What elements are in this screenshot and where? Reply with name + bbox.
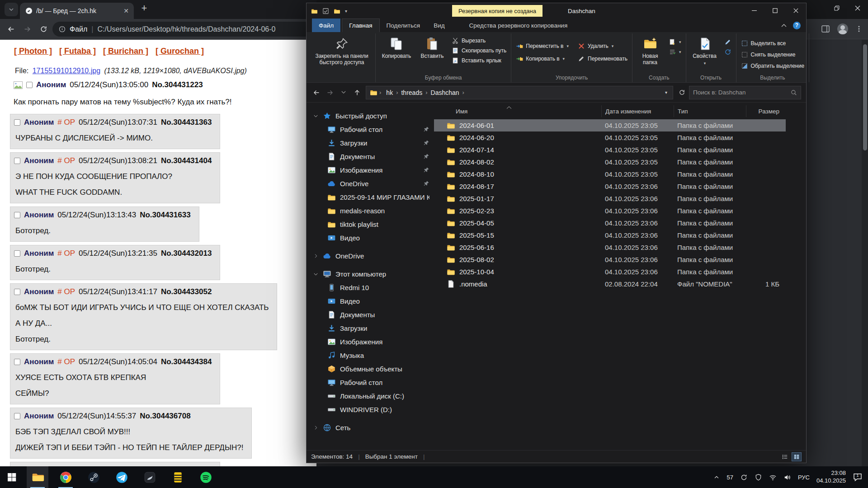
chevron-down-icon[interactable] [313, 113, 319, 119]
file-row[interactable]: 2025-01-1704.10.2025 23:06Папка с файлам… [434, 192, 786, 205]
new-folder-button[interactable]: Новая папка [635, 34, 665, 66]
chevron-right-icon[interactable] [313, 253, 319, 259]
nav-item[interactable]: Загрузки [307, 136, 434, 150]
quick-access-chevron-icon[interactable]: ▾ [345, 9, 347, 14]
new-item-button[interactable]: ▾ [666, 38, 684, 46]
copy-button[interactable]: Копировать [378, 34, 415, 59]
taskbar-steam-button[interactable] [83, 466, 104, 488]
post-checkbox[interactable] [14, 250, 20, 257]
forward-icon[interactable] [324, 86, 336, 99]
post-number[interactable]: No.304431633 [140, 211, 190, 220]
file-row[interactable]: 2025-10-0404.10.2025 23:06Папка с файлам… [434, 266, 786, 278]
nav-item[interactable]: Документы [307, 150, 434, 163]
search-input[interactable] [693, 89, 788, 96]
up-icon[interactable] [351, 86, 363, 99]
sync-icon[interactable] [740, 474, 748, 481]
post-checkbox[interactable] [14, 359, 20, 365]
post-checkbox[interactable] [14, 289, 20, 295]
column-type[interactable]: Тип [674, 105, 746, 117]
quick-access-properties-icon[interactable] [322, 8, 329, 14]
broken-image-icon[interactable] [14, 81, 23, 89]
clock[interactable]: 23:08 04.10.2025 [816, 469, 846, 485]
search-icon[interactable] [791, 89, 797, 96]
file-row[interactable]: 2025-05-1504.10.2025 23:06Папка с файлам… [434, 229, 786, 241]
reload-icon[interactable] [36, 22, 51, 37]
browser-tab[interactable]: /b/ — Бред — 2ch.hk ✕ [20, 3, 134, 19]
nav-item[interactable]: Изображения [307, 163, 434, 177]
breadcrumb-item[interactable]: hk [383, 89, 396, 96]
close-icon[interactable] [785, 3, 806, 18]
breadcrumb-item[interactable]: threads [398, 89, 425, 96]
recent-locations-icon[interactable] [337, 86, 350, 99]
refresh-icon[interactable] [675, 86, 688, 99]
column-name[interactable]: Имя [434, 105, 601, 117]
nav-item[interactable]: Изображения [307, 335, 434, 348]
properties-button[interactable]: Свойства ▾ [689, 34, 721, 66]
restore-button[interactable] [826, 0, 847, 16]
taskbar-dark-app-button[interactable] [139, 466, 160, 488]
gpu-indicator[interactable]: 57 [726, 474, 733, 481]
copy-to-button[interactable]: Копировать в▾ [514, 55, 571, 63]
tab-share[interactable]: Поделиться [380, 19, 427, 32]
column-date-modified[interactable]: Дата изменения [601, 105, 674, 117]
file-row[interactable]: 2024-07-1404.10.2025 23:05Папка с файлам… [434, 144, 786, 156]
back-icon[interactable] [310, 86, 323, 99]
nav-item[interactable]: medals-reason [307, 204, 434, 217]
post-checkbox[interactable] [14, 212, 20, 218]
nav-item[interactable]: Музыка [307, 348, 434, 362]
taskbar-chrome-button[interactable] [55, 466, 76, 488]
address-bar[interactable]: Файл | C:/Users/user/Desktop/hk/threads/… [52, 22, 312, 37]
post-number[interactable]: No.304433052 [161, 287, 212, 296]
cut-button[interactable]: Вырезать [449, 37, 509, 45]
taskbar-explorer-button[interactable] [27, 466, 48, 488]
select-all-button[interactable]: Выделить все [739, 39, 807, 47]
style-link-futaba[interactable]: [ Futaba ] [59, 47, 96, 56]
post-checkbox[interactable] [14, 158, 20, 164]
history-button[interactable] [722, 48, 734, 56]
file-row[interactable]: 2025-06-1604.10.2025 23:06Папка с файлам… [434, 241, 786, 253]
explorer-titlebar[interactable]: ▾ Резервная копия не создана Dashchan [307, 3, 806, 19]
post-checkbox[interactable] [14, 413, 20, 419]
file-row[interactable]: 2025-04-0504.10.2025 23:06Папка с файлам… [434, 217, 786, 229]
breadcrumb-item[interactable]: Dashchan [428, 89, 462, 96]
nav-item[interactable]: WINDRIVER (D:) [307, 403, 434, 416]
taskbar-spotify-button[interactable] [195, 466, 217, 488]
hidden-icons-chevron-icon[interactable] [713, 474, 720, 480]
quick-access-new-folder-icon[interactable] [334, 8, 340, 14]
tab-close-icon[interactable]: ✕ [122, 7, 130, 15]
details-view-icon[interactable] [780, 452, 790, 461]
nav-item[interactable]: Локальный диск (C:) [307, 389, 434, 403]
new-tab-button[interactable]: + [137, 2, 151, 16]
side-panel-icon[interactable] [821, 24, 830, 33]
select-none-button[interactable]: Снять выделение [739, 51, 807, 59]
op-tag[interactable]: # OP [57, 249, 75, 258]
nav-item[interactable]: Этот компьютер [307, 267, 434, 281]
nav-item[interactable]: Сеть [307, 421, 434, 434]
nav-item[interactable]: Рабочий стол [307, 375, 434, 389]
tab-file[interactable]: Файл [312, 19, 340, 32]
file-link[interactable]: 17155191012910.jpg [33, 67, 100, 75]
paste-button[interactable]: Вставить [416, 34, 448, 59]
nav-item[interactable]: Видео [307, 294, 434, 308]
start-button[interactable] [0, 466, 24, 488]
nav-item[interactable]: Документы [307, 308, 434, 321]
style-link-photon[interactable]: [ Photon ] [14, 47, 52, 56]
menu-icon[interactable] [855, 25, 863, 33]
nav-item[interactable]: Видео [307, 231, 434, 244]
op-tag[interactable]: # OP [57, 287, 75, 296]
nav-item[interactable]: OneDrive [307, 177, 434, 190]
scrollbar-thumb[interactable] [863, 44, 867, 150]
post-number[interactable]: No.304436708 [140, 412, 190, 421]
notification-center-icon[interactable]: 1 [853, 472, 863, 482]
back-icon[interactable] [4, 22, 18, 37]
language-indicator[interactable]: РУС [798, 474, 810, 481]
help-icon[interactable]: ? [793, 22, 801, 29]
nav-item[interactable]: OneDrive [307, 249, 434, 263]
file-row[interactable]: 2025-02-2304.10.2025 23:06Папка с файлам… [434, 205, 786, 217]
invert-selection-button[interactable]: Обратить выделение [739, 62, 807, 70]
taskbar-yellow-app-button[interactable] [167, 466, 189, 488]
rename-button[interactable]: Переименовать [576, 55, 630, 63]
copy-path-button[interactable]: Скопировать путь [449, 47, 509, 55]
nav-item[interactable]: Объемные объекты [307, 362, 434, 375]
close-icon[interactable] [847, 0, 868, 16]
